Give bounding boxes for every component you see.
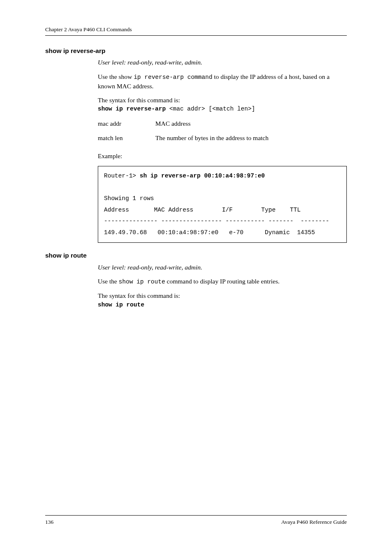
example-prompt: Router-1> xyxy=(104,173,140,179)
intro-inline-code: ip reverse-arp command xyxy=(134,74,212,81)
intro2-text-post: command to display IP routing table entr… xyxy=(165,278,279,285)
top-rule xyxy=(45,35,347,36)
section-heading-reverse-arp: show ip reverse-arp xyxy=(45,46,347,55)
running-head: Chapter 2 Avaya P460 CLI Commands xyxy=(45,25,347,34)
section2-body: User level: read-only, read-write, admin… xyxy=(45,263,347,309)
intro-para-2: Use the show ip route command to display… xyxy=(98,277,347,286)
intro2-inline-code: show ip route xyxy=(119,279,165,285)
example-cmd: sh ip reverse-arp 00:10:a4:98:97:e0 xyxy=(140,173,265,179)
example-output-box: Router-1> sh ip reverse-arp 00:10:a4:98:… xyxy=(98,166,347,243)
example-line-sep: --------------- ----------------- ------… xyxy=(104,218,329,224)
arg-desc-matchlen: The number of bytes in the address to ma… xyxy=(155,134,268,143)
example-label: Example: xyxy=(98,152,347,161)
arg-row-macaddr: mac addr MAC address xyxy=(98,119,347,131)
syntax-intro-2: The syntax for this command is: xyxy=(98,291,347,300)
arg-desc-macaddr: MAC address xyxy=(155,119,191,128)
syntax-cmd-2: show ip route xyxy=(98,301,347,309)
arg-name-matchlen: match len xyxy=(98,134,155,143)
syntax-cmd: show ip reverse-arp xyxy=(98,106,166,112)
intro-text-pre: Use the show xyxy=(98,73,134,80)
example-line-rows: Showing 1 rows xyxy=(104,195,154,202)
page: Chapter 2 Avaya P460 CLI Commands show i… xyxy=(0,0,392,555)
intro2-text-pre: Use the xyxy=(98,278,119,285)
example-line-data: 149.49.70.68 00:10:a4:98:97:e0 e-70 Dyna… xyxy=(104,229,315,236)
syntax-line: show ip reverse-arp <mac addr> [<match l… xyxy=(98,105,347,113)
example-line-header: Address MAC Address I/F Type TTL xyxy=(104,207,301,213)
page-number: 136 xyxy=(45,518,53,526)
user-level-note: User level: read-only, read-write, admin… xyxy=(98,58,347,67)
footer-title: Avaya P460 Reference Guide xyxy=(281,518,347,526)
arguments-table: mac addr MAC address match len The numbe… xyxy=(98,119,347,145)
user-level-note-2: User level: read-only, read-write, admin… xyxy=(98,263,347,272)
arg-name-macaddr: mac addr xyxy=(98,119,155,128)
intro-para: Use the show ip reverse-arp command to d… xyxy=(98,72,347,91)
arg-row-matchlen: match len The number of bytes in the add… xyxy=(98,134,347,145)
syntax-intro: The syntax for this command is: xyxy=(98,96,347,105)
footer: 136 Avaya P460 Reference Guide xyxy=(45,515,347,526)
section-heading-route: show ip route xyxy=(45,251,347,260)
syntax-args: <mac addr> [<match len>] xyxy=(166,106,255,112)
section1-body: User level: read-only, read-write, admin… xyxy=(45,58,347,243)
